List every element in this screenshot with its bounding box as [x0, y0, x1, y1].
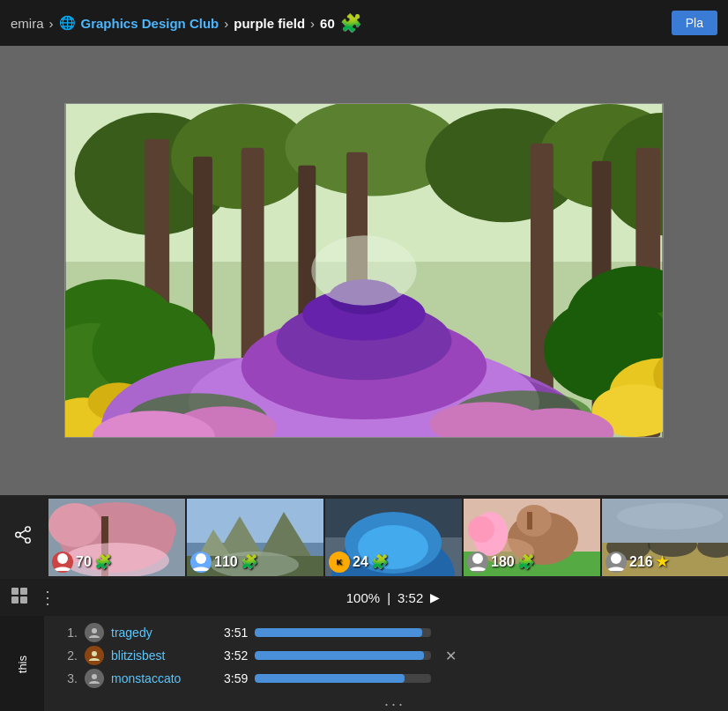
progress-area: 100% | 3:52 ▶: [69, 590, 717, 605]
svg-line-46: [20, 536, 26, 539]
player-avatar-1: [85, 623, 104, 642]
thumbnail-1[interactable]: 70 🧩: [48, 499, 185, 576]
thumbnail-strip: 70 🧩 110 🧩: [0, 495, 728, 579]
svg-rect-85: [11, 588, 19, 595]
thumb-badge-3: K 24 🧩: [329, 552, 389, 573]
thumbnail-5[interactable]: 216 ★: [602, 499, 728, 576]
svg-point-44: [16, 532, 21, 537]
svg-point-43: [26, 527, 31, 532]
thumb-avatar-1: [52, 552, 73, 573]
more-rows-indicator: ...: [62, 690, 728, 710]
close-row-2-button[interactable]: ✕: [445, 648, 457, 664]
svg-point-51: [132, 512, 176, 547]
player-bar-1: [255, 628, 431, 637]
rank-1: 1.: [62, 626, 78, 640]
thumb-count-4: 180: [491, 554, 515, 570]
player-avatar-3: [85, 669, 104, 688]
svg-point-54: [57, 553, 68, 564]
player-bar-3: [255, 674, 431, 683]
player-bar-fill-2: [255, 651, 424, 660]
svg-point-71: [516, 505, 552, 537]
thumb-puzzle-icon-3: 🧩: [371, 553, 389, 570]
svg-point-76: [472, 553, 483, 564]
progress-percent: 100%: [346, 590, 380, 605]
puzzle-icon-header: 🧩: [340, 12, 362, 33]
svg-point-50: [48, 503, 101, 547]
svg-point-90: [92, 651, 97, 656]
player-bar-2: [255, 651, 431, 660]
puzzle-image: [64, 103, 664, 438]
player-name-1[interactable]: tragedy: [111, 626, 217, 640]
thumb-puzzle-icon-1: 🧩: [94, 553, 112, 570]
leaderboard-row-3: 3. monstaccato 3:59: [62, 667, 728, 690]
svg-point-84: [611, 553, 621, 564]
svg-point-91: [92, 674, 97, 679]
breadcrumb-sep-3: ›: [310, 16, 315, 31]
left-panel-text: this: [16, 655, 29, 673]
thumbnail-3[interactable]: K 24 🧩: [325, 499, 462, 576]
breadcrumb-puzzle-name: purple field: [234, 16, 305, 31]
thumb-star-icon-5: ★: [656, 553, 668, 570]
rank-3: 3.: [62, 671, 78, 685]
progress-separator: |: [387, 590, 390, 605]
thumb-badge-1: 70 🧩: [52, 552, 112, 573]
player-bar-fill-3: [255, 674, 405, 683]
svg-point-75: [468, 516, 494, 543]
rank-2: 2.: [62, 648, 78, 663]
share-icon: [13, 525, 33, 549]
thumb-avatar-3: K: [329, 552, 350, 573]
player-bar-fill-1: [255, 628, 422, 637]
thumb-badge-5: 216 ★: [605, 552, 668, 573]
thumb-count-2: 110: [214, 554, 238, 570]
leaderboard-row-1: 1. tragedy 3:51: [62, 621, 728, 644]
thumb-avatar-2: [190, 552, 212, 573]
svg-rect-72: [527, 512, 532, 530]
player-avatar-2: [85, 646, 104, 665]
breadcrumb-sep-2: ›: [224, 16, 228, 31]
svg-point-62: [196, 553, 206, 564]
main-image-area: [0, 46, 728, 495]
play-button[interactable]: Pla: [672, 11, 717, 35]
thumbnail-2[interactable]: 110 🧩: [187, 499, 323, 576]
timer-display: 3:52: [397, 590, 423, 605]
player-name-2[interactable]: blitzisbest: [111, 648, 217, 663]
thumb-avatar-5: [605, 552, 627, 573]
breadcrumb-group[interactable]: Graphics Design Club: [81, 16, 219, 31]
svg-point-45: [26, 538, 31, 544]
thumb-badge-4: 180 🧩: [467, 552, 535, 573]
breadcrumb-piece-count: 60: [320, 16, 335, 31]
player-time-3: 3:59: [224, 671, 248, 685]
svg-rect-88: [20, 596, 27, 604]
thumb-puzzle-icon-2: 🧩: [241, 553, 258, 570]
thumbnail-4[interactable]: 180 🧩: [464, 499, 600, 576]
more-options-button[interactable]: ⋮: [39, 587, 58, 608]
bottom-controls-bar: ⋮ 100% | 3:52 ▶: [0, 579, 728, 616]
leaderboard-row-2: 2. blitzisbest 3:52 ✕: [62, 644, 728, 667]
share-button[interactable]: [0, 495, 46, 579]
player-name-3[interactable]: monstaccato: [111, 671, 217, 685]
svg-point-89: [92, 628, 97, 633]
thumb-count-5: 216: [629, 554, 653, 570]
thumb-avatar-4: [467, 552, 488, 573]
svg-rect-86: [20, 588, 27, 595]
grid-view-button[interactable]: [11, 587, 28, 609]
svg-point-42: [311, 235, 416, 306]
thumb-badge-2: 110 🧩: [190, 552, 258, 573]
thumb-count-3: 24: [353, 554, 368, 570]
player-time-1: 3:51: [224, 626, 248, 640]
breadcrumb-sep-1: ›: [49, 16, 54, 31]
svg-line-47: [20, 530, 26, 534]
player-time-2: 3:52: [224, 648, 248, 663]
left-panel: this: [0, 616, 44, 711]
header-bar: emira › 🌐 Graphics Design Club › purple …: [0, 0, 728, 46]
play-timer-button[interactable]: ▶: [430, 590, 440, 604]
leaderboard-list: 1. tragedy 3:51 2. blitzisbest 3:52 ✕: [0, 621, 728, 710]
leaderboard-panel: this 1. tragedy 3:51 2. blitzisbest 3:52: [0, 616, 728, 711]
thumb-puzzle-icon-4: 🧩: [517, 553, 535, 570]
svg-rect-87: [11, 596, 19, 604]
svg-rect-56: [187, 499, 323, 543]
thumb-count-1: 70: [76, 554, 92, 570]
svg-point-83: [617, 503, 723, 530]
breadcrumb-home[interactable]: emira: [11, 16, 44, 31]
globe-icon: 🌐: [59, 15, 76, 31]
